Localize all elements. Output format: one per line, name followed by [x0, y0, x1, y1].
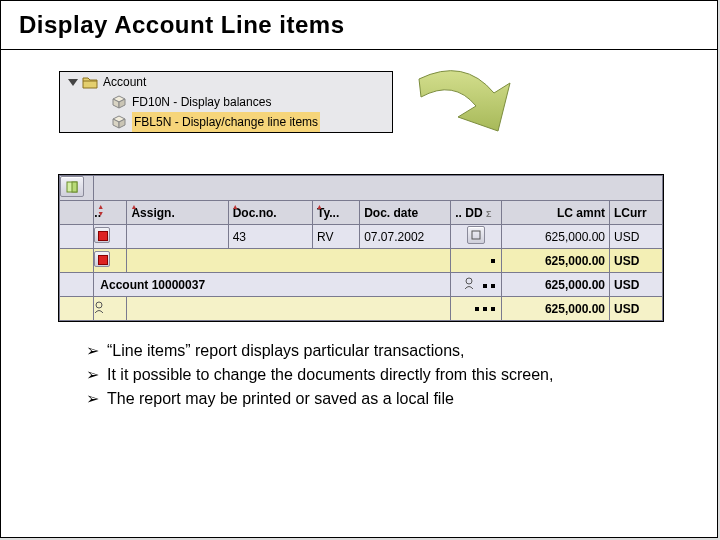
- cube-icon: [112, 95, 126, 109]
- expand-icon[interactable]: [68, 79, 78, 86]
- grid-toolbar-row: [60, 176, 663, 201]
- row-action-icon[interactable]: [467, 226, 485, 244]
- tree-item-label: FD10N - Display balances: [132, 92, 271, 112]
- cube-icon: [112, 115, 126, 129]
- subtotal-curr: USD: [609, 249, 662, 273]
- col-dd[interactable]: DD: [465, 206, 482, 220]
- col-curr[interactable]: LCurr: [609, 201, 662, 225]
- col-docdate[interactable]: Doc. date: [360, 201, 451, 225]
- title-divider: [1, 49, 717, 50]
- subtotal-amount: 625,000.00: [501, 249, 609, 273]
- slide: Display Account Line items Account FD10N…: [0, 0, 718, 538]
- user-icon: [464, 277, 478, 289]
- svg-rect-7: [72, 182, 77, 192]
- tree-item-label-selected: FBL5N - Display/change line items: [132, 112, 320, 132]
- svg-rect-8: [472, 231, 480, 239]
- grid-account-row: Account 10000037 625,000.00 USD: [60, 273, 663, 297]
- account-amount: 625,000.00: [501, 273, 609, 297]
- svg-point-10: [96, 302, 102, 308]
- cell-type: RV: [313, 225, 360, 249]
- grandtotal-amount: 625,000.00: [501, 297, 609, 321]
- col-docno[interactable]: Doc.no.: [233, 206, 277, 220]
- nav-tree: Account FD10N - Display balances FBL5N -…: [59, 71, 393, 133]
- grid-subtotal-row: 625,000.00 USD: [60, 249, 663, 273]
- cell-docdate: 07.07.2002: [360, 225, 451, 249]
- status-indicator-icon[interactable]: [94, 251, 110, 267]
- bullet-list: ➢“Line items” report displays particular…: [86, 341, 646, 413]
- line-items-grid: ▲▼.. ▲Assign. ▲Doc.no. ▲Ty... Doc. date …: [58, 174, 664, 322]
- col-amount[interactable]: LC amnt: [501, 201, 609, 225]
- bullet-item: ➢“Line items” report displays particular…: [86, 341, 646, 360]
- toolbar-button[interactable]: [60, 176, 84, 197]
- bullet-item: ➢It it possible to change the documents …: [86, 365, 646, 384]
- user-icon: [94, 301, 108, 313]
- page-title: Display Account Line items: [1, 1, 717, 49]
- cell-docno: 43: [228, 225, 312, 249]
- grid-grandtotal-row: 625,000.00 USD: [60, 297, 663, 321]
- tree-item-display-balances[interactable]: FD10N - Display balances: [60, 92, 392, 112]
- folder-icon: [82, 74, 98, 90]
- grandtotal-curr: USD: [609, 297, 662, 321]
- grid-data-row[interactable]: 43 RV 07.07.2002 625,000.00 USD: [60, 225, 663, 249]
- tree-item-display-change-line-items[interactable]: FBL5N - Display/change line items: [60, 112, 392, 132]
- tree-root-label: Account: [103, 72, 146, 92]
- status-indicator-icon[interactable]: [94, 227, 110, 243]
- grid-header-row: ▲▼.. ▲Assign. ▲Doc.no. ▲Ty... Doc. date …: [60, 201, 663, 225]
- svg-point-9: [466, 278, 472, 284]
- account-label: Account 10000037: [100, 278, 205, 292]
- cell-curr: USD: [609, 225, 662, 249]
- cell-amount: 625,000.00: [501, 225, 609, 249]
- bullet-item: ➢The report may be printed or saved as a…: [86, 389, 646, 408]
- tree-root-account[interactable]: Account: [60, 72, 392, 92]
- toolbar-cell: [60, 176, 94, 201]
- col-assign[interactable]: Assign.: [131, 206, 174, 220]
- account-curr: USD: [609, 273, 662, 297]
- arrow-icon: [414, 61, 524, 146]
